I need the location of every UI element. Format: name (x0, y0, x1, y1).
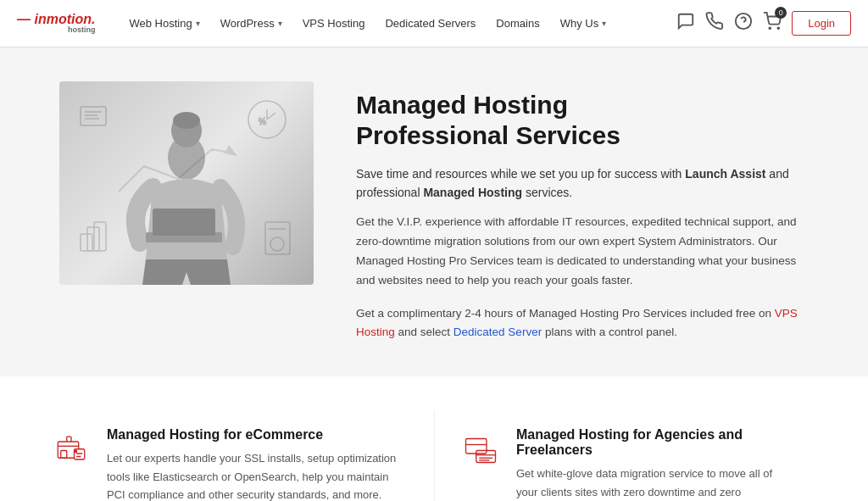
hero-footer: Get a complimentary 2-4 hours of Managed… (356, 304, 817, 343)
hero-description: Get the V.I.P. experience with affordabl… (356, 213, 817, 291)
svg-point-16 (270, 237, 284, 251)
logo[interactable]: — inmotion. hosting (17, 12, 95, 35)
agencies-icon (460, 427, 501, 468)
nav-vps-hosting[interactable]: VPS Hosting (292, 0, 376, 47)
feature-ecommerce-title: Managed Hosting for eCommerce (107, 427, 409, 443)
chevron-down-icon: ▾ (196, 19, 200, 28)
feature-agencies-desc: Get white-glove data migration service t… (516, 465, 792, 501)
feature-agencies-text: Managed Hosting for Agencies and Freelan… (516, 427, 792, 501)
bold-launch-assist: Launch Assist (685, 167, 765, 181)
svg-point-27 (75, 450, 77, 453)
feature-agencies: Managed Hosting for Agencies and Freelan… (434, 410, 817, 501)
nav-wordpress[interactable]: WordPress ▾ (210, 0, 292, 47)
bold-managed-hosting: Managed Hosting (423, 186, 522, 199)
features-section: Managed Hosting for eCommerce Let our ex… (0, 376, 868, 501)
svg-point-20 (173, 112, 200, 129)
chevron-down-icon: ▾ (278, 19, 282, 28)
feature-agencies-title: Managed Hosting for Agencies and Freelan… (516, 427, 792, 458)
hero-title: Managed Hosting Professional Services (356, 90, 817, 151)
feature-ecommerce-text: Managed Hosting for eCommerce Let our ex… (107, 427, 409, 501)
nav-why-us[interactable]: Why Us ▾ (550, 0, 617, 47)
login-button[interactable]: Login (792, 11, 851, 36)
feature-ecommerce-desc: Let our experts handle your SSL installs… (107, 449, 409, 501)
cart-icon[interactable]: 0 (763, 12, 782, 35)
main-nav: Web Hosting ▾ WordPress ▾ VPS Hosting De… (119, 0, 676, 47)
nav-web-hosting[interactable]: Web Hosting ▾ (119, 0, 209, 47)
header-icons: 0 Login (676, 11, 851, 36)
svg-rect-25 (61, 451, 67, 459)
hero-subtitle: Save time and resources while we set you… (356, 164, 817, 203)
cart-badge: 0 (775, 7, 787, 19)
svg-point-3 (778, 27, 780, 29)
phone-icon[interactable] (705, 12, 724, 35)
hero-image-container: % (51, 81, 322, 285)
chevron-down-icon: ▾ (602, 19, 606, 28)
support-icon[interactable] (734, 12, 753, 35)
svg-rect-13 (87, 227, 99, 251)
feature-ecommerce: Managed Hosting for eCommerce Let our ex… (51, 410, 434, 501)
site-header: — inmotion. hosting Web Hosting ▾ WordPr… (0, 0, 868, 47)
dedicated-server-link[interactable]: Dedicated Server (453, 326, 542, 338)
chat-icon[interactable] (676, 12, 695, 35)
nav-domains[interactable]: Domains (486, 0, 549, 47)
hero-image: % (59, 81, 314, 285)
nav-dedicated-servers[interactable]: Dedicated Servers (375, 0, 486, 47)
svg-rect-22 (153, 209, 215, 236)
logo-brand: — inmotion. (17, 12, 95, 26)
hero-section: % (0, 47, 868, 376)
svg-rect-12 (81, 234, 92, 251)
ecommerce-icon (51, 427, 92, 468)
logo-sub: hosting (17, 26, 95, 35)
svg-marker-23 (225, 145, 237, 156)
hero-content: Managed Hosting Professional Services Sa… (356, 81, 817, 342)
svg-point-2 (770, 27, 771, 29)
